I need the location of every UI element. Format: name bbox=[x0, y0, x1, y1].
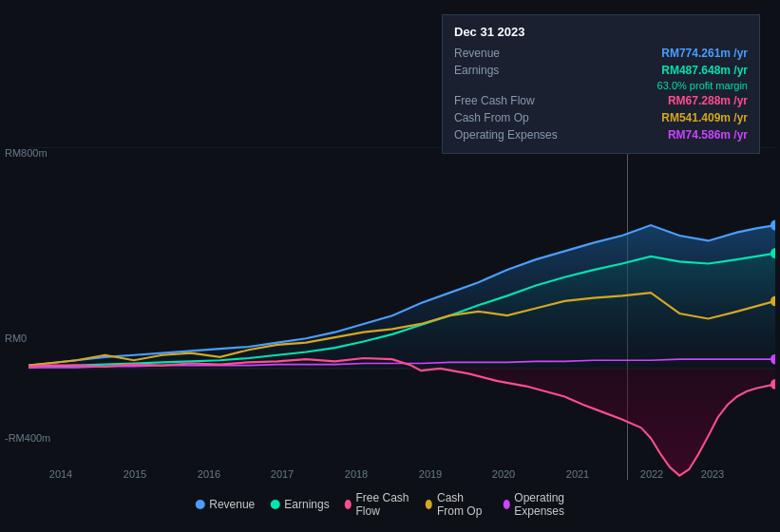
x-label-2022: 2022 bbox=[640, 468, 663, 480]
legend-dot-revenue bbox=[195, 500, 204, 509]
legend-label-earnings: Earnings bbox=[284, 498, 329, 511]
tooltip-value-freecash: RM67.288m /yr bbox=[668, 94, 748, 107]
legend-dot-opexpenses bbox=[503, 500, 509, 509]
tooltip-row-freecash: Free Cash Flow RM67.288m /yr bbox=[454, 92, 748, 109]
x-label-2014: 2014 bbox=[49, 468, 72, 480]
profit-margin-value: 63.0% profit margin bbox=[657, 80, 748, 91]
legend-dot-cashfromop bbox=[426, 500, 432, 509]
legend-label-opexpenses: Operating Expenses bbox=[514, 491, 584, 518]
tooltip-row-earnings: Earnings RM487.648m /yr bbox=[454, 62, 748, 79]
legend: Revenue Earnings Free Cash Flow Cash Fro… bbox=[195, 491, 585, 518]
tooltip-row-opexpenses: Operating Expenses RM74.586m /yr bbox=[454, 126, 748, 143]
legend-label-revenue: Revenue bbox=[209, 498, 255, 511]
chart-container: Dec 31 2023 Revenue RM774.261m /yr Earni… bbox=[0, 0, 780, 532]
x-label-2018: 2018 bbox=[345, 468, 368, 480]
tooltip-label-revenue: Revenue bbox=[454, 47, 500, 60]
chart-area[interactable] bbox=[29, 147, 775, 480]
tooltip-label-opexpenses: Operating Expenses bbox=[454, 128, 558, 142]
tooltip-value-opexpenses: RM74.586m /yr bbox=[668, 128, 748, 142]
legend-label-cashfromop: Cash From Op bbox=[437, 491, 488, 518]
legend-label-freecash: Free Cash Flow bbox=[355, 491, 410, 518]
tooltip-box: Dec 31 2023 Revenue RM774.261m /yr Earni… bbox=[442, 14, 760, 154]
x-label-2020: 2020 bbox=[492, 468, 515, 480]
x-label-2016: 2016 bbox=[198, 468, 220, 480]
tooltip-row-cashfromop: Cash From Op RM541.409m /yr bbox=[454, 109, 748, 126]
tooltip-value-cashfromop: RM541.409m /yr bbox=[661, 111, 748, 124]
legend-earnings: Earnings bbox=[270, 498, 329, 511]
tooltip-label-earnings: Earnings bbox=[454, 64, 499, 77]
x-label-2015: 2015 bbox=[124, 468, 146, 480]
legend-opexpenses: Operating Expenses bbox=[503, 491, 584, 518]
legend-dot-freecash bbox=[345, 500, 352, 509]
x-label-2019: 2019 bbox=[419, 468, 442, 480]
tooltip-value-revenue: RM774.261m /yr bbox=[661, 47, 748, 60]
tooltip-date: Dec 31 2023 bbox=[454, 25, 748, 39]
chart-svg bbox=[29, 147, 775, 480]
legend-freecash: Free Cash Flow bbox=[345, 491, 411, 518]
fcf-negative-fill bbox=[440, 369, 775, 476]
x-label-2023: 2023 bbox=[701, 468, 724, 480]
x-label-2017: 2017 bbox=[271, 468, 294, 480]
tooltip-value-earnings: RM487.648m /yr bbox=[661, 64, 748, 77]
y-label-mid: RM0 bbox=[5, 332, 27, 344]
legend-cashfromop: Cash From Op bbox=[426, 491, 487, 518]
legend-dot-earnings bbox=[270, 500, 279, 509]
tooltip-label-cashfromop: Cash From Op bbox=[454, 111, 529, 124]
profit-margin-row: 63.0% profit margin bbox=[454, 79, 748, 92]
x-label-2021: 2021 bbox=[566, 468, 589, 480]
tooltip-row-revenue: Revenue RM774.261m /yr bbox=[454, 45, 748, 62]
legend-revenue: Revenue bbox=[195, 498, 255, 511]
tooltip-label-freecash: Free Cash Flow bbox=[454, 94, 535, 107]
